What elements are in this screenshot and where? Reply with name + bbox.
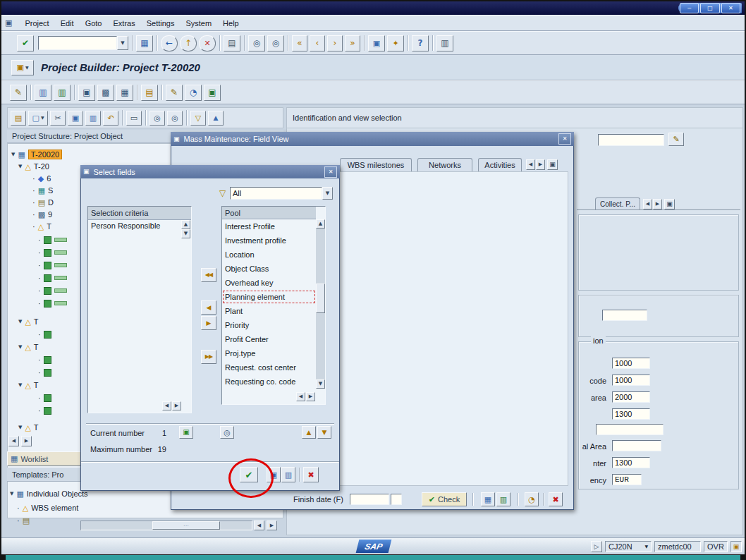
project-documents-button[interactable]: ▥ (54, 85, 71, 101)
company-code-field[interactable]: 1000 (612, 375, 650, 386)
network-graphic-button[interactable]: ▦ (116, 85, 133, 101)
tree-hscroll-left-button[interactable]: ◀ (254, 521, 264, 530)
schedule-check-button[interactable]: ◔ (525, 492, 539, 506)
close-window-button[interactable]: ✕ (721, 3, 740, 13)
sort-desc-button[interactable]: ▼ (317, 426, 331, 439)
menu-project[interactable]: Project (19, 18, 54, 29)
tree-item-wbs[interactable]: ▼△T (18, 316, 39, 327)
tree-item[interactable]: ·▩9 (32, 209, 52, 220)
cut-button[interactable]: ✂ (50, 111, 66, 126)
criteria-scroll-down-button[interactable]: ▼ (181, 229, 190, 238)
enter-button[interactable]: ✔ (17, 35, 34, 51)
pool-item[interactable]: Interest Profile (222, 219, 316, 233)
pool-item[interactable]: Plant (222, 304, 316, 318)
tree-scroll-left-button[interactable]: ◀ (8, 436, 19, 446)
tab-wbs-milestones[interactable]: WBS milestones (340, 158, 412, 171)
save-button[interactable]: ▦ (136, 35, 153, 51)
menu-extras[interactable]: Extras (107, 18, 140, 29)
detail-tab-list-button[interactable]: ▣ (664, 199, 675, 209)
system-menu-icon[interactable]: ▣ (5, 19, 12, 27)
move-left-button[interactable]: ◀ (201, 300, 216, 315)
command-dropdown-button[interactable]: ▼ (117, 36, 128, 50)
field-selection-button[interactable]: ▦ (481, 492, 495, 506)
pool-scroll-down-button[interactable]: ▼ (316, 379, 325, 389)
tree-item-activity[interactable]: · (38, 354, 51, 365)
exit-button[interactable]: ↑ (180, 35, 197, 51)
tree-item-activity[interactable]: · (38, 392, 51, 403)
edit-identification-button[interactable]: ✎ (668, 133, 684, 146)
delete-button[interactable]: ▭ (126, 111, 142, 126)
pool-scroll-left-button[interactable]: ◀ (296, 392, 305, 401)
take-over-button[interactable]: ▣ (179, 426, 193, 439)
filter-button[interactable]: ▽ (190, 111, 206, 126)
tree-item-wbs[interactable]: ▼△T (18, 341, 39, 353)
tree-item-wbs[interactable]: ▼△T-20 (18, 161, 49, 172)
tree-item-label[interactable]: D (48, 198, 54, 207)
tree-item[interactable]: ·◆6 (32, 173, 51, 184)
org-field-5[interactable] (596, 424, 664, 435)
pool-item-planning-element[interactable]: Planning element (222, 290, 316, 304)
mass-dialog-close-button[interactable]: ✕ (558, 133, 571, 145)
tree-item-label[interactable]: T (47, 222, 51, 231)
tree-item[interactable]: ·▤D (32, 197, 54, 208)
check-button[interactable]: ✔Check (422, 492, 467, 506)
tree-item-wbs-element[interactable]: ·△WBS element (17, 502, 78, 513)
tree-item-activity[interactable]: · (38, 367, 51, 378)
tree-item-activity[interactable]: · (38, 260, 67, 271)
tree-item-activity[interactable]: · (38, 234, 67, 245)
status-icon-cell[interactable]: ▣ (730, 541, 742, 552)
pool-item[interactable]: Priority (222, 318, 316, 332)
mass-tab-scroll-left-button[interactable]: ◀ (526, 159, 535, 170)
last-page-button[interactable]: » (345, 35, 360, 51)
tab-networks[interactable]: Networks (417, 158, 472, 171)
tree-item-label[interactable]: T (34, 423, 39, 432)
create-object-button[interactable]: ▢▼ (28, 111, 48, 126)
insert-mode-cell[interactable]: OVR (704, 541, 728, 552)
pool-item[interactable]: Profit Center (222, 332, 316, 346)
tree-item[interactable]: ·▤ (17, 515, 30, 526)
print-button[interactable]: ▤ (224, 35, 240, 51)
transaction-cell[interactable]: CJ20N▼ (605, 541, 652, 552)
minimize-button[interactable]: ─ (680, 3, 699, 13)
criteria-scroll-right-button[interactable]: ▶ (172, 401, 181, 410)
table-view-button[interactable]: ▥ (496, 492, 510, 506)
tree-item-project[interactable]: ▼▦T-20020 (11, 149, 62, 160)
pool-item[interactable]: Overhead key (222, 276, 316, 290)
mass-tab-scroll-right-button[interactable]: ▶ (536, 159, 545, 170)
tree-item-label[interactable]: T (34, 381, 39, 389)
maximize-button[interactable]: □ (700, 3, 719, 13)
tree-item[interactable]: ·△T (32, 221, 51, 232)
paste-selection-button[interactable]: ▥ (281, 467, 295, 482)
tree-item-wbs[interactable]: ▼△T (18, 422, 39, 433)
hierarchy-graphic-button[interactable]: ▩ (97, 85, 114, 101)
filter-combo[interactable]: All (230, 187, 322, 200)
filter-combo-dropdown-button[interactable]: ▼ (322, 187, 333, 200)
pool-item[interactable]: Location (222, 248, 316, 262)
selected-field-item[interactable]: Person Responsible (88, 220, 184, 232)
project-planning-board-button[interactable]: ▤ (141, 85, 158, 101)
cancel-button[interactable]: ✕ (199, 35, 216, 51)
menu-help[interactable]: Help (217, 18, 245, 29)
identification-input[interactable] (598, 134, 664, 146)
controlling-area-field[interactable] (612, 440, 661, 451)
mass-change-button[interactable]: ✎ (166, 85, 183, 101)
schedule-button[interactable]: ◔ (185, 85, 202, 101)
tree-scroll-right-button[interactable]: ▶ (21, 436, 32, 446)
sort-button[interactable]: ▲ (208, 111, 224, 126)
finish-date-field-2[interactable] (391, 494, 402, 505)
page-down-button[interactable]: › (327, 35, 343, 51)
mass-dialog-titlebar[interactable]: ▣ Mass Maintenance: Field View ✕ (171, 132, 574, 146)
tree-find-button[interactable]: ◎ (149, 111, 165, 126)
criteria-scroll-left-button[interactable]: ◀ (162, 401, 171, 410)
org-field-1[interactable]: 1000 (612, 358, 650, 369)
page-up-button[interactable]: ‹ (310, 35, 325, 51)
org-field-4[interactable]: 1300 (612, 408, 650, 420)
pool-scroll-up-button[interactable]: ▲ (316, 219, 325, 229)
tree-find-next-button[interactable]: ◎ (167, 111, 183, 126)
partner-overview-button[interactable]: ▥ (35, 85, 51, 101)
find-next-button[interactable]: ◎ (267, 35, 284, 51)
move-all-left-button[interactable]: ◀◀ (201, 268, 216, 282)
menu-goto[interactable]: Goto (80, 18, 108, 29)
mass-cancel-button[interactable]: ✖ (549, 492, 563, 506)
tree-item-activity[interactable]: · (38, 285, 67, 296)
